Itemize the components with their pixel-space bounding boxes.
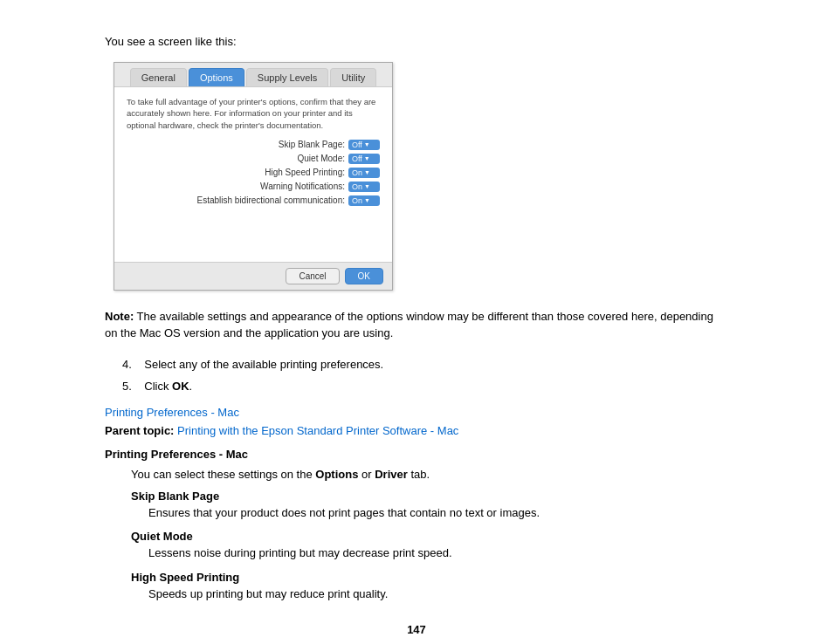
ok-button[interactable]: OK (345, 268, 383, 284)
quiet-mode-dropdown[interactable]: Off▼ (348, 154, 380, 164)
section-intro-end: tab. (408, 468, 430, 481)
section-intro-text: You can select these settings on the (131, 468, 315, 481)
dialog-screenshot: General Options Supply Levels Utility To… (114, 62, 393, 291)
section-intro-bold1: Options (315, 468, 358, 481)
step-5-text: Click OK. (144, 380, 192, 393)
tab-general[interactable]: General (130, 68, 187, 86)
dialog-row-skip-blank: Skip Blank Page: Off▼ (127, 140, 380, 150)
bidirectional-dropdown[interactable]: On▼ (348, 195, 380, 206)
note-label: Note: (105, 310, 134, 323)
step-5-number: 5. (122, 380, 141, 393)
parent-topic-link[interactable]: Printing with the Epson Standard Printer… (177, 424, 458, 437)
term-quiet-mode: Quiet Mode (131, 530, 728, 543)
dropdown-arrow: ▼ (364, 183, 370, 189)
tab-options[interactable]: Options (189, 68, 244, 86)
skip-blank-dropdown[interactable]: Off▼ (348, 140, 380, 150)
step-5: 5. Click OK. (122, 378, 728, 395)
note-text: The available settings and appearance of… (105, 310, 713, 340)
term-high-speed-desc: Speeds up printing but may reduce print … (148, 586, 728, 603)
high-speed-label: High Speed Printing: (265, 168, 345, 177)
dialog-tabs: General Options Supply Levels Utility (114, 63, 392, 87)
page-content: You see a screen like this: General Opti… (0, 0, 833, 644)
high-speed-dropdown[interactable]: On▼ (348, 168, 380, 178)
dropdown-arrow: ▼ (364, 155, 370, 161)
printing-preferences-link-container: Printing Preferences - Mac (105, 406, 728, 419)
dialog-row-quiet-mode: Quiet Mode: Off▼ (127, 154, 380, 164)
dialog-description: To take full advantage of your printer's… (127, 96, 380, 131)
dialog-spacer (127, 209, 380, 253)
dialog-body: To take full advantage of your printer's… (114, 87, 392, 262)
note-section: Note: The available settings and appeara… (105, 308, 728, 342)
dropdown-arrow: ▼ (364, 197, 370, 203)
step-4-text: Select any of the available printing pre… (144, 358, 383, 371)
parent-topic-label: Parent topic: (105, 424, 174, 437)
step-4-number: 4. (122, 358, 141, 371)
cancel-button[interactable]: Cancel (286, 268, 339, 284)
section-intro-mid: or (358, 468, 375, 481)
dialog-row-bidirectional: Establish bidirectional communication: O… (127, 195, 380, 206)
dialog-row-warning: Warning Notifications: On▼ (127, 182, 380, 192)
printing-preferences-link[interactable]: Printing Preferences - Mac (105, 406, 239, 419)
quiet-mode-label: Quiet Mode: (298, 154, 345, 163)
skip-blank-label: Skip Blank Page: (279, 140, 345, 149)
dialog-footer: Cancel OK (114, 262, 392, 290)
term-skip-blank-desc: Ensures that your product does not print… (148, 504, 728, 522)
warning-label: Warning Notifications: (260, 182, 345, 191)
step-5-bold: OK (172, 380, 189, 393)
term-skip-blank: Skip Blank Page (131, 490, 728, 503)
section-intro: You can select these settings on the Opt… (131, 468, 728, 481)
section-heading: Printing Preferences - Mac (105, 448, 728, 461)
dialog-row-high-speed: High Speed Printing: On▼ (127, 168, 380, 178)
dropdown-arrow: ▼ (364, 169, 370, 175)
dropdown-arrow: ▼ (364, 141, 370, 147)
intro-text: You see a screen like this: (105, 35, 728, 48)
description-content: You can select these settings on the Opt… (131, 468, 728, 603)
section-intro-bold2: Driver (375, 468, 408, 481)
steps-list: 4. Select any of the available printing … (122, 356, 728, 395)
tab-utility[interactable]: Utility (330, 68, 376, 86)
term-quiet-mode-desc: Lessens noise during printing but may de… (148, 545, 728, 562)
page-number: 147 (105, 623, 728, 636)
tab-supply-levels[interactable]: Supply Levels (246, 68, 329, 86)
parent-topic: Parent topic: Printing with the Epson St… (105, 424, 728, 437)
bidirectional-label: Establish bidirectional communication: (196, 195, 345, 205)
warning-dropdown[interactable]: On▼ (348, 182, 380, 192)
term-high-speed: High Speed Printing (131, 571, 728, 584)
step-4: 4. Select any of the available printing … (122, 356, 728, 373)
